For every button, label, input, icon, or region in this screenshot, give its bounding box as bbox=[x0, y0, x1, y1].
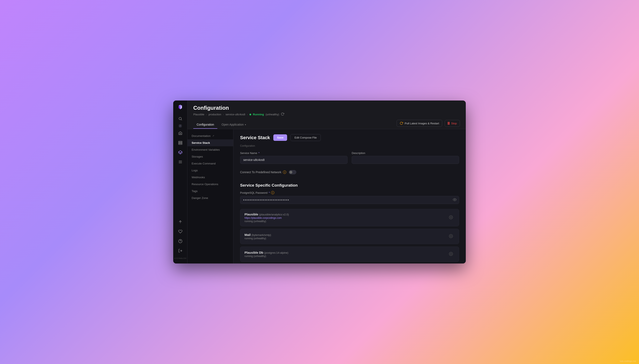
footer-url: tuts.codingo.me bbox=[620, 360, 636, 362]
sidebar-logout[interactable] bbox=[176, 247, 184, 255]
service-settings-button[interactable] bbox=[447, 250, 455, 258]
status-indicator bbox=[250, 114, 251, 115]
main-panel: Service Stack Save Edit Compose File Con… bbox=[234, 129, 466, 264]
service-item-info: Plausible (plausible/analytics:v2.0) htt… bbox=[244, 212, 289, 223]
service-item-status: running (unhealthy) bbox=[244, 255, 288, 258]
breadcrumb: Plausible › production › service-u8c4os8… bbox=[193, 112, 460, 116]
sidebar-search[interactable] bbox=[176, 115, 184, 123]
service-settings-button[interactable] bbox=[447, 232, 455, 240]
service-item-image: (bytemark/smtp) bbox=[252, 234, 271, 236]
nav-resource-operations[interactable]: Resource Operations bbox=[188, 181, 233, 188]
service-items-list: Plausible (plausible/analytics:v2.0) htt… bbox=[240, 209, 459, 264]
sidebar-help[interactable] bbox=[176, 237, 184, 245]
postgres-password-group bbox=[240, 196, 459, 204]
sidebar-servers[interactable] bbox=[176, 139, 184, 147]
stop-icon bbox=[448, 122, 450, 125]
service-item-name: Plausible Db (postgres:14-alpine) bbox=[244, 251, 288, 254]
header-actions: Pull Latest Images & Restart Stop bbox=[396, 120, 460, 129]
service-item: Mail (bytemark/smtp) running (unhealthy) bbox=[240, 229, 459, 244]
service-item-status: running (unhealthy) bbox=[244, 220, 289, 223]
service-settings-button[interactable] bbox=[447, 214, 455, 222]
nav-tags[interactable]: Tags bbox=[188, 188, 233, 194]
sidebar: / bbox=[173, 100, 188, 264]
breadcrumb-env[interactable]: production bbox=[208, 113, 221, 116]
service-item: Plausible (plausible/analytics:v2.0) htt… bbox=[240, 209, 459, 226]
header-nav-row: Configuration Open Application ▾ Pull La… bbox=[193, 120, 460, 129]
network-toggle[interactable] bbox=[289, 170, 296, 174]
sidebar-health[interactable] bbox=[176, 228, 184, 236]
service-item-name: Mail (bytemark/smtp) bbox=[244, 233, 271, 236]
nav-storages[interactable]: Storages bbox=[188, 153, 233, 160]
postgres-required-marker: * bbox=[269, 191, 270, 194]
service-item-name: Plausible (plausible/analytics:v2.0) bbox=[244, 212, 289, 216]
edit-compose-button[interactable]: Edit Compose File bbox=[290, 134, 320, 141]
pull-restart-button[interactable]: Pull Latest Images & Restart bbox=[396, 120, 442, 127]
breadcrumb-org[interactable]: Plausible bbox=[193, 113, 204, 116]
nav-logs[interactable]: Logs bbox=[188, 167, 233, 174]
service-item: Plausible Db (postgres:14-alpine) runnin… bbox=[240, 246, 459, 262]
service-item-info: Plausible Db (postgres:14-alpine) runnin… bbox=[244, 251, 288, 258]
postgres-info-icon[interactable]: i bbox=[271, 191, 274, 194]
panel-title: Service Stack bbox=[240, 135, 270, 140]
sidebar-stacks[interactable] bbox=[176, 148, 184, 156]
service-name-label: Service Name * bbox=[240, 152, 348, 155]
postgres-password-label: PostgreSQL Password * i bbox=[240, 191, 459, 194]
pull-restart-label: Pull Latest Images & Restart bbox=[405, 122, 439, 125]
tab-configuration[interactable]: Configuration bbox=[193, 121, 217, 129]
service-name-group: Service Name * bbox=[240, 152, 348, 164]
page-header: Configuration Plausible › production › s… bbox=[188, 100, 466, 129]
password-toggle-button[interactable] bbox=[453, 198, 456, 202]
nav-danger-zone[interactable]: Danger Zone bbox=[188, 194, 233, 202]
nav-tabs: Configuration Open Application ▾ bbox=[193, 121, 249, 129]
nav-service-stack[interactable]: Service Stack bbox=[188, 139, 233, 146]
service-item-url[interactable]: https://plausible.corpcodingo.com bbox=[244, 216, 289, 220]
required-marker: * bbox=[258, 152, 260, 155]
breadcrumb-sep-3: › bbox=[247, 113, 248, 116]
nav-webhooks[interactable]: Webhooks bbox=[188, 174, 233, 181]
svg-rect-3 bbox=[178, 144, 182, 144]
content-area: Documentation ↗ Service Stack Environmen… bbox=[188, 129, 466, 264]
svg-point-14 bbox=[450, 236, 452, 237]
service-item-image: (postgres:14-alpine) bbox=[264, 251, 288, 254]
network-toggle-row: Connect To Predefined Network i bbox=[240, 167, 459, 177]
network-info-icon[interactable]: i bbox=[283, 170, 286, 174]
description-input[interactable] bbox=[352, 156, 459, 164]
nav-execute-command[interactable]: Execute Command bbox=[188, 160, 233, 167]
nav-documentation[interactable]: Documentation ↗ bbox=[188, 132, 233, 139]
service-item-image: (plausible/analytics:v2.0) bbox=[259, 213, 289, 216]
tab-open-application[interactable]: Open Application ▾ bbox=[218, 121, 249, 129]
sidebar-deploy[interactable] bbox=[176, 218, 184, 226]
left-nav: Documentation ↗ Service Stack Environmen… bbox=[188, 129, 234, 264]
description-label: Description bbox=[352, 152, 459, 155]
service-name-row: Service Name * Description bbox=[240, 152, 459, 164]
service-item-status: running (unhealthy) bbox=[244, 237, 271, 240]
stop-label: Stop bbox=[451, 122, 457, 125]
postgres-password-input[interactable] bbox=[240, 196, 459, 204]
panel-header: Service Stack Save Edit Compose File bbox=[240, 134, 459, 141]
version-label: 4.0.0-beta.224 bbox=[173, 256, 187, 260]
svg-point-12 bbox=[454, 199, 455, 200]
breadcrumb-sep-2: › bbox=[223, 113, 224, 116]
status-unhealthy: (unhealthy) bbox=[266, 113, 279, 116]
chevron-down-icon: ▾ bbox=[245, 124, 246, 126]
specific-config-title: Service Specific Configuration bbox=[240, 183, 459, 188]
save-button[interactable]: Save bbox=[273, 134, 287, 141]
svg-point-15 bbox=[450, 254, 452, 254]
service-item-info: Mail (bytemark/smtp) running (unhealthy) bbox=[244, 233, 271, 240]
sidebar-menu[interactable] bbox=[176, 158, 184, 166]
svg-rect-2 bbox=[178, 142, 182, 143]
nav-environment-variables[interactable]: Environment Variables bbox=[188, 146, 233, 153]
service-name-input[interactable] bbox=[240, 156, 348, 164]
network-label: Connect To Predefined Network i bbox=[240, 170, 286, 174]
breadcrumb-sep-1: › bbox=[206, 113, 207, 116]
svg-point-13 bbox=[450, 217, 452, 218]
description-group: Description bbox=[352, 152, 459, 164]
sidebar-home[interactable] bbox=[176, 129, 184, 137]
refresh-icon[interactable] bbox=[281, 112, 284, 116]
breadcrumb-service[interactable]: service-u8c4os8 bbox=[226, 113, 245, 116]
page-title: Configuration bbox=[193, 105, 460, 111]
app-logo[interactable] bbox=[176, 104, 184, 111]
status-running: Running bbox=[253, 113, 264, 116]
stop-button[interactable]: Stop bbox=[445, 120, 460, 127]
external-link-icon: ↗ bbox=[212, 134, 214, 137]
